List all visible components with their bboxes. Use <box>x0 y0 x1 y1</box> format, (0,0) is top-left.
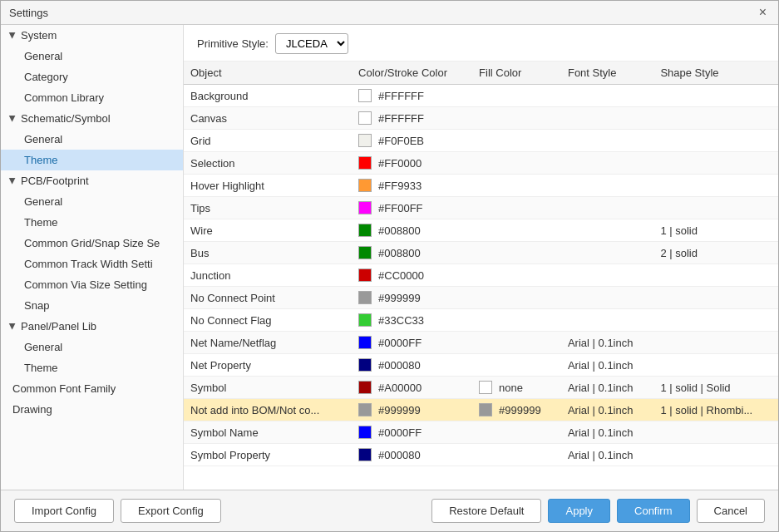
export-config-button[interactable]: Export Config <box>121 499 221 523</box>
cell-object: Wire <box>184 219 352 242</box>
sidebar-item-pcb-general[interactable]: General <box>1 191 183 212</box>
col-shape-style: Shape Style <box>653 62 778 85</box>
cell-fill-color[interactable] <box>472 242 561 264</box>
main-content: ▶ System General Category Common Library… <box>1 25 778 490</box>
restore-default-button[interactable]: Restore Default <box>431 499 541 523</box>
table-row[interactable]: Hover Highlight#FF9933 <box>184 175 778 197</box>
cell-color-stroke[interactable]: #FF00FF <box>352 197 472 219</box>
table-row[interactable]: Junction#CC0000 <box>184 264 778 287</box>
cell-color-stroke[interactable]: #0000FF <box>352 332 472 354</box>
import-config-button[interactable]: Import Config <box>14 499 114 523</box>
table-row[interactable]: Bus#0088002 | solid <box>184 242 778 264</box>
cell-fill-color[interactable]: none <box>472 377 561 399</box>
sidebar-item-pcb-common-grid[interactable]: Common Grid/Snap Size Se <box>1 233 183 254</box>
cell-fill-color[interactable] <box>472 130 561 152</box>
table-row[interactable]: Net Name/Netflag#0000FFArial | 0.1inch <box>184 332 778 354</box>
table-row[interactable]: Background#FFFFFF <box>184 85 778 107</box>
confirm-button[interactable]: Confirm <box>617 499 690 523</box>
cell-color-stroke[interactable]: #008800 <box>352 242 472 264</box>
color-hex-text: #FF0000 <box>378 157 422 170</box>
table-row[interactable]: Net Property#000080Arial | 0.1inch <box>184 354 778 377</box>
sidebar-item-common-library[interactable]: Common Library <box>1 87 183 108</box>
panel-top: Primitive Style: JLCEDA Altium KiCad <box>184 25 778 62</box>
primitive-style-label: Primitive Style: <box>197 37 269 50</box>
dialog-title: Settings <box>9 7 48 19</box>
sidebar-item-panel-lib[interactable]: ▶ Panel/Panel Lib <box>1 316 183 337</box>
cell-color-stroke[interactable]: #000080 <box>352 444 472 466</box>
color-hex-text: #0000FF <box>378 426 422 439</box>
sidebar-item-system[interactable]: ▶ System <box>1 25 183 46</box>
color-swatch <box>358 403 372 416</box>
cell-color-stroke[interactable]: #FF0000 <box>352 152 472 175</box>
color-hex-text: #999999 <box>378 292 421 304</box>
table-row[interactable]: Selection#FF0000 <box>184 152 778 175</box>
table-row[interactable]: Canvas#FFFFFF <box>184 107 778 130</box>
table-row[interactable]: Symbol Property#000080Arial | 0.1inch <box>184 444 778 466</box>
sidebar-item-pcb-snap[interactable]: Snap <box>1 295 183 316</box>
table-row[interactable]: Symbol#A00000noneArial | 0.1inch1 | soli… <box>184 377 778 399</box>
title-bar: Settings × <box>1 1 778 25</box>
cell-color-stroke[interactable]: #999999 <box>352 287 472 309</box>
cell-color-stroke[interactable]: #FF9933 <box>352 175 472 197</box>
cell-fill-color[interactable] <box>472 197 561 219</box>
sidebar-item-schematic-symbol[interactable]: ▶ Schematic/Symbol <box>1 108 183 129</box>
color-swatch <box>358 179 372 192</box>
cell-fill-color[interactable]: #999999 <box>472 399 561 421</box>
cell-fill-color[interactable] <box>472 421 561 444</box>
apply-button[interactable]: Apply <box>548 499 610 523</box>
sidebar-item-pcb-via-size[interactable]: Common Via Size Setting <box>1 274 183 295</box>
sidebar-item-panel-theme[interactable]: Theme <box>1 357 183 378</box>
sidebar-item-pcb-theme[interactable]: Theme <box>1 212 183 233</box>
sidebar-item-pcb-footprint[interactable]: ▶ PCB/Footprint <box>1 170 183 191</box>
color-swatch <box>358 448 372 461</box>
sidebar-item-panel-general[interactable]: General <box>1 337 183 357</box>
cell-color-stroke[interactable]: #000080 <box>352 354 472 377</box>
table-row[interactable]: Grid#F0F0EB <box>184 130 778 152</box>
expand-icon: ▶ <box>8 32 17 39</box>
cell-fill-color[interactable] <box>472 354 561 377</box>
table-row[interactable]: Not add into BOM/Not co...➤#999999#99999… <box>184 399 778 421</box>
cell-fill-color[interactable] <box>472 332 561 354</box>
sidebar-label-general: General <box>24 50 62 62</box>
primitive-style-select[interactable]: JLCEDA Altium KiCad <box>275 33 348 54</box>
cell-fill-color[interactable] <box>472 287 561 309</box>
fill-color-swatch <box>479 403 492 416</box>
table-row[interactable]: No Connect Point#999999 <box>184 287 778 309</box>
cell-fill-color[interactable] <box>472 175 561 197</box>
cell-color-stroke[interactable]: #0000FF <box>352 421 472 444</box>
table-row[interactable]: Tips#FF00FF <box>184 197 778 219</box>
close-button[interactable]: × <box>756 6 770 19</box>
sidebar-item-general[interactable]: General <box>1 46 183 66</box>
sidebar-item-drawing[interactable]: Drawing <box>1 399 183 420</box>
sidebar-item-pcb-track-width[interactable]: Common Track Width Setti <box>1 254 183 274</box>
color-swatch <box>358 134 372 147</box>
sidebar-item-sch-general[interactable]: General <box>1 129 183 150</box>
cell-fill-color[interactable] <box>472 309 561 332</box>
table-row[interactable]: No Connect Flag#33CC33 <box>184 309 778 332</box>
sidebar-item-category[interactable]: Category <box>1 66 183 87</box>
cell-fill-color[interactable] <box>472 85 561 107</box>
cell-fill-color[interactable] <box>472 107 561 130</box>
cell-fill-color[interactable] <box>472 444 561 466</box>
table-row[interactable]: Symbol Name#0000FFArial | 0.1inch <box>184 421 778 444</box>
cell-fill-color[interactable] <box>472 152 561 175</box>
cell-color-stroke[interactable]: #008800 <box>352 219 472 242</box>
cell-fill-color[interactable] <box>472 219 561 242</box>
cancel-button[interactable]: Cancel <box>697 499 765 523</box>
cell-color-stroke[interactable]: #999999 <box>352 399 472 421</box>
table-row[interactable]: Wire#0088001 | solid <box>184 219 778 242</box>
cell-object: Selection <box>184 152 352 175</box>
cell-color-stroke[interactable]: #CC0000 <box>352 264 472 287</box>
cell-color-stroke[interactable]: #FFFFFF <box>352 107 472 130</box>
cell-shape-style <box>653 107 778 130</box>
fill-color-swatch <box>479 381 492 394</box>
cell-color-stroke[interactable]: #F0F0EB <box>352 130 472 152</box>
cell-color-stroke[interactable]: #33CC33 <box>352 309 472 332</box>
cell-color-stroke[interactable]: #FFFFFF <box>352 85 472 107</box>
sidebar-item-common-font-family[interactable]: Common Font Family <box>1 378 183 399</box>
color-swatch <box>358 358 372 372</box>
sidebar-item-sch-theme[interactable]: Theme <box>1 150 183 170</box>
sidebar-label-sch-general: General <box>24 133 62 145</box>
cell-fill-color[interactable] <box>472 264 561 287</box>
cell-color-stroke[interactable]: #A00000 <box>352 377 472 399</box>
